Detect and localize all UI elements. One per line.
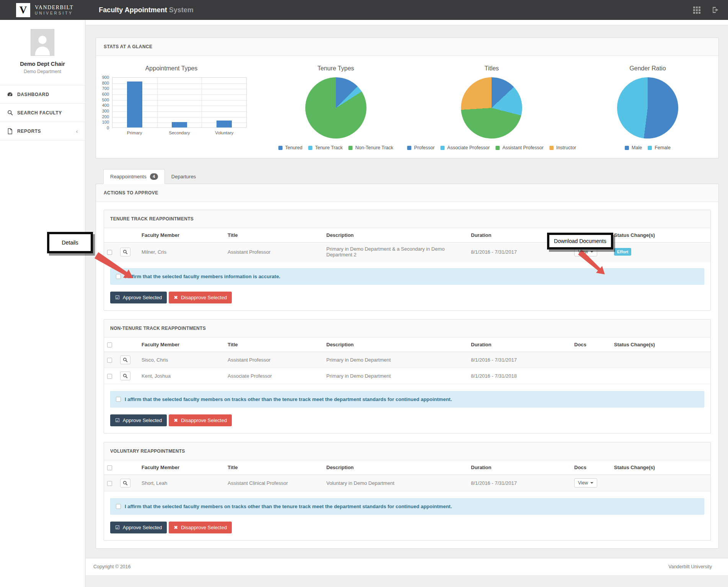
stats-panel-title: STATS AT A GLANCE	[96, 38, 718, 56]
row-details-cell	[117, 243, 138, 261]
details-button[interactable]	[120, 355, 130, 364]
disapprove-label: Disapprove Selected	[181, 525, 227, 530]
status-changes-cell	[611, 352, 710, 368]
section-title: TENURE TRACK REAPPOINTMENTS	[104, 210, 710, 228]
legend-swatch	[648, 146, 652, 150]
disapprove-selected-button[interactable]: ✖Disapprove Selected	[169, 414, 232, 426]
sidebar-item-search-faculty[interactable]: SEARCH FACULTY	[0, 104, 85, 122]
row-checkbox[interactable]	[107, 250, 112, 255]
docs-view-label: View	[578, 249, 588, 254]
row-select-cell	[104, 368, 117, 384]
column-header-description: Description	[323, 228, 468, 243]
search-icon	[123, 373, 128, 378]
select-all-checkbox[interactable]	[107, 465, 112, 470]
caret-down-icon	[590, 251, 593, 253]
y-axis-tick: 400	[102, 103, 109, 108]
sidebar-menu: DASHBOARDSEARCH FACULTYREPORTS‹	[0, 85, 85, 140]
apps-grid-icon[interactable]	[693, 7, 700, 14]
column-header-description: Description	[323, 338, 468, 352]
stats-panel: STATS AT A GLANCE Appointment Types90080…	[96, 38, 719, 158]
select-all-checkbox[interactable]	[107, 342, 112, 347]
disapprove-label: Disapprove Selected	[181, 417, 227, 423]
university-text: Vanderbilt University	[668, 564, 712, 569]
logo-v-mark: V	[20, 5, 27, 15]
description-cell: Primary in Demo Department & a Secondary…	[323, 243, 468, 261]
pie-tenure-types	[305, 77, 366, 139]
approve-selected-button[interactable]: ☑Approve Selected	[110, 414, 167, 426]
legend-label: Professor	[414, 145, 435, 150]
section-buttons: ☑Approve Selected✖Disapprove Selected	[110, 522, 704, 533]
download-documents-callout: Download Documents	[547, 233, 613, 249]
sign-out-icon[interactable]	[712, 7, 720, 13]
chart-gender-ratio: Gender RatioMaleFemale	[581, 65, 715, 150]
app-header: V VANDERBILT UNIVERSITY Faculty Appointm…	[0, 0, 728, 20]
tab-reappointments[interactable]: Reappointments4	[103, 169, 165, 184]
select-all-cell	[104, 338, 117, 352]
x-icon: ✖	[174, 295, 178, 300]
column-header-status-change-s: Status Change(s)	[611, 338, 710, 352]
x-axis-label: Primary	[112, 130, 157, 135]
docs-cell	[571, 352, 611, 368]
status-changes-cell: Effort	[611, 243, 710, 261]
legend: TenuredTenure TrackNon-Tenure Track	[278, 145, 393, 150]
x-axis: PrimarySecondaryVoluntary	[112, 128, 247, 135]
docs-view-button[interactable]: View	[574, 478, 597, 488]
sidebar-item-label: REPORTS	[17, 129, 41, 134]
details-button[interactable]	[120, 479, 130, 488]
approve-selected-button[interactable]: ☑Approve Selected	[110, 292, 167, 303]
section-tenure-track-reappointments: TENURE TRACK REAPPOINTMENTSFaculty Membe…	[104, 210, 711, 311]
faculty-member-cell: Sisco, Chris	[138, 352, 225, 368]
row-checkbox[interactable]	[107, 481, 112, 486]
table-row-sisco-chris: Sisco, ChrisAssistant ProfessorPrimary i…	[104, 352, 710, 368]
legend-item-professor: Professor	[407, 145, 435, 150]
legend-swatch	[495, 146, 500, 150]
legend-label: Tenure Track	[315, 145, 342, 150]
details-callout-label: Details	[62, 240, 78, 246]
status-changes-cell	[611, 368, 710, 384]
file-icon	[7, 128, 13, 134]
search-icon	[7, 110, 13, 116]
row-checkbox[interactable]	[107, 374, 112, 379]
legend-swatch	[349, 146, 353, 150]
sidebar-item-dashboard[interactable]: DASHBOARD	[0, 85, 85, 104]
actions-panel-title: ACTIONS TO APPROVE	[96, 184, 718, 202]
y-axis-tick: 500	[102, 98, 109, 102]
search-icon	[123, 249, 128, 254]
details-button[interactable]	[120, 372, 130, 380]
select-all-cell	[104, 460, 117, 475]
column-header-title: Title	[225, 228, 323, 243]
gridline-vertical	[202, 78, 202, 127]
bar-chart-body: 9008007006005004003002001000	[96, 77, 247, 128]
avatar	[31, 29, 54, 56]
affirm-checkbox[interactable]	[116, 397, 121, 402]
legend-item-assistant-professor: Assistant Professor	[495, 145, 544, 150]
column-header-status-change-s: Status Change(s)	[611, 228, 710, 243]
check-square-icon: ☑	[115, 418, 120, 423]
gauge-icon	[7, 92, 13, 97]
y-axis-tick: 100	[102, 120, 109, 124]
disapprove-selected-button[interactable]: ✖Disapprove Selected	[169, 292, 232, 303]
legend-swatch	[440, 146, 445, 150]
faculty-member-cell: Milner, Cris	[138, 243, 225, 261]
docs-cell	[571, 368, 611, 384]
check-square-icon: ☑	[115, 525, 120, 530]
tab-departures[interactable]: Departures	[165, 169, 202, 184]
row-select-cell	[104, 475, 117, 491]
row-checkbox[interactable]	[107, 358, 112, 363]
sidebar-item-reports[interactable]: REPORTS‹	[0, 122, 85, 140]
disapprove-label: Disapprove Selected	[181, 295, 227, 300]
affirm-checkbox[interactable]	[116, 504, 121, 509]
approve-selected-button[interactable]: ☑Approve Selected	[110, 522, 167, 533]
details-column-header	[117, 338, 138, 352]
tab-label: Reappointments	[110, 174, 147, 179]
title-cell: Associate Professor	[225, 368, 323, 384]
header-icons	[693, 7, 720, 14]
affirm-checkbox[interactable]	[116, 274, 121, 279]
details-button[interactable]	[120, 248, 130, 256]
disapprove-selected-button[interactable]: ✖Disapprove Selected	[169, 522, 232, 533]
y-axis-tick: 0	[107, 126, 109, 130]
row-select-cell	[104, 352, 117, 368]
legend-label: Assistant Professor	[502, 145, 544, 150]
column-header-title: Title	[225, 460, 323, 475]
chart-title: Tenure Types	[269, 65, 403, 72]
